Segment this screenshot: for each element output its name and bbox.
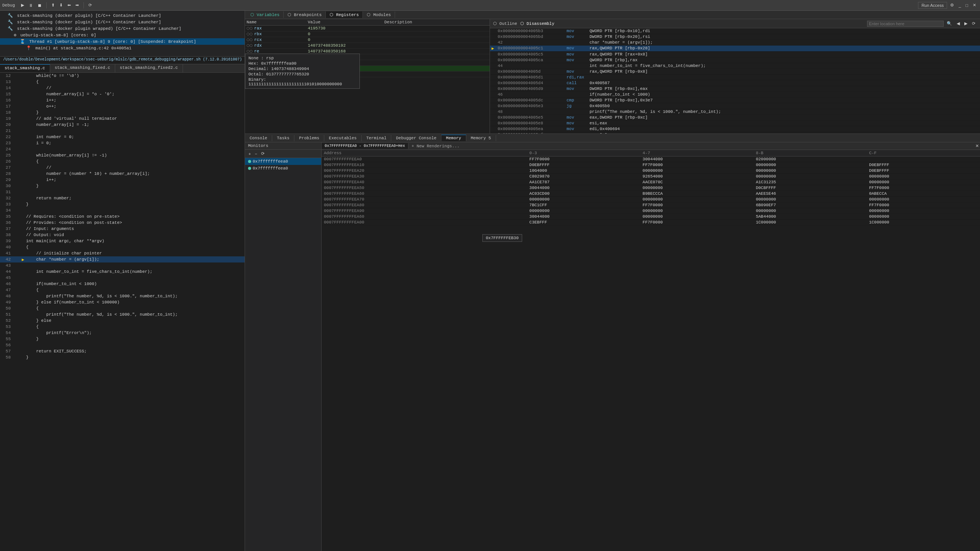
disasm-row-17[interactable]: 0x00000000004005ea mov edi,0x400694 — [490, 126, 980, 132]
code-line-51[interactable]: 51 printf("The number, %d, is < 1000.", … — [0, 311, 245, 318]
reg-row-rbx[interactable]: ⬡⬡ rbx 0 — [245, 31, 490, 37]
debug-tree-item-1[interactable]: 🔧 stack-smashing (docker plugin) [C/C++ … — [0, 19, 245, 25]
code-line-50[interactable]: 50 { — [0, 305, 245, 311]
code-line-48[interactable]: 48 printf("The number, %d, is < 1000.", … — [0, 293, 245, 299]
code-line-55[interactable]: 55 } — [0, 336, 245, 342]
mem-row-2[interactable]: 0007FFFFFFFEEA20 10G4000 00000000 000000… — [322, 168, 980, 174]
code-line-31[interactable]: 31 — [0, 189, 245, 195]
code-line-49[interactable]: 49 } else if(number_to_int < 100000) — [0, 299, 245, 305]
mem-row-1[interactable]: 0007FFFFFFFEEA10 D0EBFFFF FF7F0000 00000… — [322, 162, 980, 168]
disasm-row-8[interactable]: 0x00000000004005d1 rdi,rax — [490, 75, 980, 80]
code-line-36[interactable]: 36// Provides: <condition on post-state> — [0, 220, 245, 226]
editor-tab-1[interactable]: stack_smashing_fixed.c — [50, 64, 115, 72]
code-line-54[interactable]: 54 printf("Error\n"); — [0, 330, 245, 336]
code-line-53[interactable]: 53 { — [0, 324, 245, 330]
debug-tree-item-0[interactable]: 🔧 stack-smashing (docker plugin) [C/C++ … — [0, 12, 245, 19]
code-line-45[interactable]: 45 — [0, 275, 245, 281]
code-line-35[interactable]: 35// Requires: <condition on pre-state> — [0, 214, 245, 220]
disasm-tab-disassembly[interactable]: ⬡ Disassembly — [520, 21, 554, 26]
disasm-tab-outline[interactable]: ⬡ Outline — [493, 21, 517, 26]
toolbar-btn-2[interactable]: ⏸ — [27, 2, 34, 8]
mem-row-11[interactable]: 0007FFFFFFFFEA00 C3EBFFF FF7F0000 1C0000… — [322, 220, 980, 225]
code-line-39[interactable]: 39int main(int argc, char **argv) — [0, 238, 245, 244]
code-line-28[interactable]: 28 number = (number * 10) + number_array… — [0, 171, 245, 177]
disasm-nav-prev[interactable]: ◀ — [955, 20, 961, 27]
debug-tree-frame[interactable]: 📍 main() at stack_smashing.c:42 0x4005a1 — [0, 45, 245, 51]
code-line-21[interactable]: 21 — [0, 128, 245, 134]
code-line-24[interactable]: 24 — [0, 146, 245, 152]
mem-row-5[interactable]: 0007FFFFFFFEEA50 30044000 00000000 D0CBF… — [322, 185, 980, 191]
code-line-52[interactable]: 52 } else — [0, 318, 245, 324]
debug-tab-breakpoints[interactable]: ⬡ Breakpoints — [284, 11, 326, 18]
toolbar-btn-resume[interactable]: ➡ — [74, 2, 80, 8]
debug-tree-item-2[interactable]: 🔧 stack-smashing (docker plugin wrapped)… — [0, 25, 245, 32]
code-line-25[interactable]: 25 while(number_array[i] != -1) — [0, 152, 245, 158]
add-monitor-btn[interactable]: + — [247, 151, 252, 156]
bottom-tab-terminal[interactable]: Terminal — [362, 135, 392, 141]
bottom-tab-memory5[interactable]: Memory 5 — [466, 135, 496, 141]
debug-tab-variables[interactable]: ⬡ Variables — [247, 11, 284, 18]
disasm-row-7[interactable]: 0x00000000004005d mov rax,QWORD PTR [rbp… — [490, 69, 980, 75]
disasm-row-10[interactable]: 0x00000000004005d9 mov DWORD PTR [rbp-0x… — [490, 86, 980, 92]
code-line-38[interactable]: 38// Output: void — [0, 232, 245, 238]
reg-row-rax[interactable]: ⬡⬡ rax 4195730 — [245, 26, 490, 31]
code-line-40[interactable]: 40{ — [0, 244, 245, 250]
remove-monitor-btn[interactable]: − — [253, 151, 258, 156]
refresh-monitor-btn[interactable]: ⟳ — [260, 151, 266, 156]
mem-row-8[interactable]: 0007FFFFFFFEEA80 7BC1CFF FF7F0000 6B090E… — [322, 202, 980, 208]
disasm-nav-next[interactable]: ▶ — [963, 20, 969, 27]
code-line-14[interactable]: 14 // — [0, 85, 245, 91]
disasm-row-4[interactable]: 0x00000000004005c5 mov rax,QWORD PTR [ra… — [490, 52, 980, 57]
code-line-15[interactable]: 15 number_array[i] = *o - '0'; — [0, 91, 245, 97]
debug-tree-item-3[interactable]: ⚙ ueburig-stack-sm-8] [cores: 0] — [0, 32, 245, 38]
mem-row-10[interactable]: 0007FFFFFFFFEA60 30044000 00000000 5AB44… — [322, 214, 980, 220]
code-line-43[interactable]: 43 — [0, 262, 245, 269]
code-line-23[interactable]: 23 i = 0; — [0, 140, 245, 146]
code-line-19[interactable]: 19 // add 'virtual' null terminator — [0, 116, 245, 122]
reg-row-rdx[interactable]: ⬡⬡ rdx 140737488350192 — [245, 43, 490, 49]
code-line-17[interactable]: 17 o++; — [0, 103, 245, 109]
toolbar-btn-step-return[interactable]: ⬅ — [66, 2, 72, 8]
code-line-47[interactable]: 47 { — [0, 287, 245, 293]
disasm-row-6[interactable]: 44 int number_to_int = five_chars_to_int… — [490, 63, 980, 69]
disasm-row-18[interactable]: 0x00000000004005ef mov eax,0x0 — [490, 132, 980, 134]
code-line-27[interactable]: 27 // — [0, 165, 245, 171]
code-line-56[interactable]: 56 — [0, 342, 245, 348]
disasm-row-15[interactable]: 0x00000000004005e5 mov eax,DWORD PTR [rb… — [490, 115, 980, 121]
disasm-row-14[interactable]: 48 printf("The number, %d, is < 1000.", … — [490, 109, 980, 115]
toolbar-btn-step-over[interactable]: ⬆ — [50, 2, 56, 8]
toolbar-btn-step-into[interactable]: ⬇ — [58, 2, 64, 8]
mem-row-9[interactable]: 0007FFFFFFFEEA90 00000000 00000000 00000… — [322, 208, 980, 214]
run-access-btn[interactable]: Run Access — [918, 2, 947, 9]
toolbar-settings[interactable]: ⚙ — [949, 2, 956, 8]
code-line-37[interactable]: 37// Input: arguments — [0, 226, 245, 232]
code-line-33[interactable]: 33} — [0, 201, 245, 207]
disasm-row-11[interactable]: 46 if(number_to_int < 1000) — [490, 92, 980, 98]
mem-row-4[interactable]: 0007FFFFFFFEEA40 AA1CE787 AACE070C A1C31… — [322, 179, 980, 185]
reg-row-rcx[interactable]: ⬡⬡ rcx 0 — [245, 37, 490, 43]
disasm-row-3[interactable]: ▶ 0x00000000004005c1 mov rax,QWORD PTR [… — [490, 46, 980, 52]
code-line-29[interactable]: 29 i++; — [0, 177, 245, 183]
bottom-tab-console[interactable]: Console — [245, 135, 272, 141]
code-line-18[interactable]: 18 } — [0, 109, 245, 116]
code-line-22[interactable]: 22 int number = 0; — [0, 134, 245, 140]
disasm-row-0[interactable]: 0x00000000004005b3 mov QWORD PTR [rbp-0x… — [490, 28, 980, 34]
toolbar-close[interactable]: ✕ — [971, 2, 978, 8]
code-line-44[interactable]: 44 int number_to_int = five_chars_to_int… — [0, 269, 245, 275]
mem-row-6[interactable]: 0007FFFFFFFEEA60 AC03CD00 B9BECCCA AAEES… — [322, 191, 980, 197]
disasm-row-16[interactable]: 0x00000000004005e8 mov esi,eax — [490, 121, 980, 126]
editor-tab-0[interactable]: stack_smashing.c — [0, 64, 50, 72]
code-line-26[interactable]: 26 { — [0, 158, 245, 165]
code-line-46[interactable]: 46 if(number_to_int < 1000) — [0, 281, 245, 287]
code-line-20[interactable]: 20 number_array[i] = -1; — [0, 122, 245, 128]
bottom-tab-problems[interactable]: Problems — [294, 135, 324, 141]
editor-tab-2[interactable]: stack_smashing_fixed2.c — [115, 64, 183, 72]
mem-row-0[interactable]: 0007FFFFFFFEEA0 FF7F0000 30044000 020000… — [322, 156, 980, 162]
bottom-tab-debugger-console[interactable]: Debugger Console — [391, 135, 441, 141]
toolbar-minimize[interactable]: _ — [957, 2, 962, 8]
disasm-row-13[interactable]: 0x00000000004005e3 jg 0x4005b0 — [490, 103, 980, 109]
code-line-32[interactable]: 32 return number; — [0, 195, 245, 201]
bottom-tab-executables[interactable]: Executables — [324, 135, 362, 141]
disasm-row-5[interactable]: 0x00000000004005ca mov QWORD PTR [rbp],r… — [490, 57, 980, 63]
code-line-30[interactable]: 30 } — [0, 183, 245, 189]
